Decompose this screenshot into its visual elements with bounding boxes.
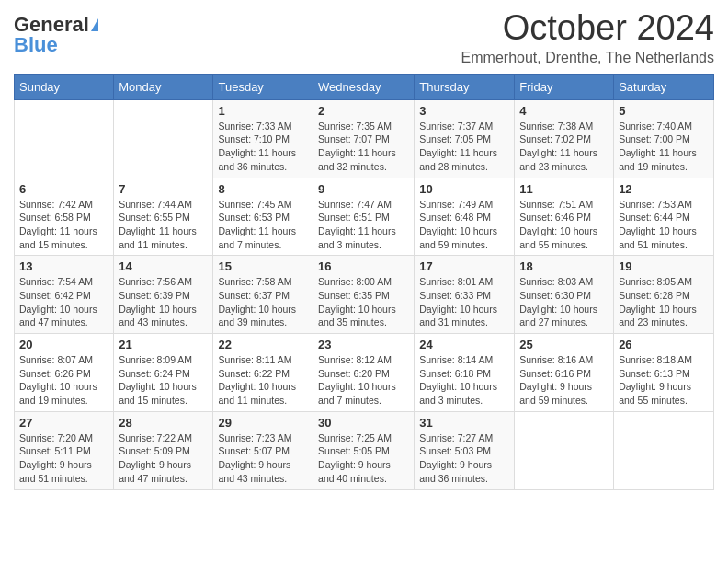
table-row: 4Sunrise: 7:38 AMSunset: 7:02 PMDaylight… (515, 99, 614, 178)
table-row: 25Sunrise: 8:16 AMSunset: 6:16 PMDayligh… (515, 334, 614, 412)
header-tuesday: Tuesday (213, 74, 313, 99)
day-number: 20 (19, 338, 108, 351)
table-row: 7Sunrise: 7:44 AMSunset: 6:55 PMDaylight… (114, 178, 213, 256)
calendar-week-row: 13Sunrise: 7:54 AMSunset: 6:42 PMDayligh… (15, 256, 714, 334)
day-number: 23 (318, 338, 409, 351)
day-number: 25 (519, 338, 609, 351)
table-row: 30Sunrise: 7:25 AMSunset: 5:05 PMDayligh… (313, 411, 415, 489)
table-row: 23Sunrise: 8:12 AMSunset: 6:20 PMDayligh… (313, 334, 415, 412)
table-row: 29Sunrise: 7:23 AMSunset: 5:07 PMDayligh… (213, 411, 313, 489)
table-row: 13Sunrise: 7:54 AMSunset: 6:42 PMDayligh… (15, 256, 114, 334)
day-number: 21 (119, 338, 208, 351)
table-row: 16Sunrise: 8:00 AMSunset: 6:35 PMDayligh… (313, 256, 415, 334)
page-header: General Blue October 2024 Emmerhout, Dre… (14, 9, 714, 66)
day-info: Sunrise: 7:47 AMSunset: 6:51 PMDaylight:… (318, 198, 409, 252)
table-row: 3Sunrise: 7:37 AMSunset: 7:05 PMDaylight… (415, 99, 515, 178)
day-number: 2 (318, 104, 409, 118)
table-row (15, 99, 114, 178)
table-row: 14Sunrise: 7:56 AMSunset: 6:39 PMDayligh… (114, 256, 213, 334)
table-row: 12Sunrise: 7:53 AMSunset: 6:44 PMDayligh… (614, 178, 714, 256)
table-row: 27Sunrise: 7:20 AMSunset: 5:11 PMDayligh… (15, 411, 114, 489)
day-info: Sunrise: 7:42 AMSunset: 6:58 PMDaylight:… (19, 198, 108, 252)
day-number: 26 (619, 338, 709, 351)
day-info: Sunrise: 7:49 AMSunset: 6:48 PMDaylight:… (419, 198, 509, 252)
day-info: Sunrise: 7:20 AMSunset: 5:11 PMDaylight:… (19, 431, 108, 486)
header-monday: Monday (114, 74, 213, 99)
day-number: 8 (218, 182, 308, 196)
day-info: Sunrise: 7:38 AMSunset: 7:02 PMDaylight:… (519, 120, 609, 174)
table-row: 31Sunrise: 7:27 AMSunset: 5:03 PMDayligh… (415, 411, 515, 489)
table-row: 18Sunrise: 8:03 AMSunset: 6:30 PMDayligh… (515, 256, 614, 334)
day-info: Sunrise: 7:58 AMSunset: 6:37 PMDaylight:… (218, 275, 308, 329)
day-number: 31 (419, 416, 509, 430)
calendar-week-row: 20Sunrise: 8:07 AMSunset: 6:26 PMDayligh… (15, 334, 714, 412)
calendar-week-row: 1Sunrise: 7:33 AMSunset: 7:10 PMDaylight… (15, 99, 714, 178)
day-info: Sunrise: 7:56 AMSunset: 6:39 PMDaylight:… (119, 275, 208, 329)
calendar-week-row: 6Sunrise: 7:42 AMSunset: 6:58 PMDaylight… (15, 178, 714, 256)
day-number: 15 (218, 259, 308, 273)
day-number: 10 (419, 182, 509, 196)
day-number: 4 (519, 104, 609, 118)
location-title: Emmerhout, Drenthe, The Netherlands (461, 50, 714, 66)
day-number: 17 (419, 259, 509, 273)
header-saturday: Saturday (614, 74, 714, 99)
day-number: 6 (19, 182, 108, 196)
day-info: Sunrise: 7:33 AMSunset: 7:10 PMDaylight:… (218, 120, 308, 174)
table-row: 2Sunrise: 7:35 AMSunset: 7:07 PMDaylight… (313, 99, 415, 178)
day-info: Sunrise: 7:23 AMSunset: 5:07 PMDaylight:… (218, 431, 308, 486)
table-row (114, 99, 213, 178)
header-thursday: Thursday (415, 74, 515, 99)
day-info: Sunrise: 8:16 AMSunset: 6:16 PMDaylight:… (519, 353, 609, 408)
day-number: 24 (419, 338, 509, 351)
day-info: Sunrise: 8:07 AMSunset: 6:26 PMDaylight:… (19, 353, 108, 408)
day-info: Sunrise: 8:00 AMSunset: 6:35 PMDaylight:… (318, 275, 409, 329)
day-number: 12 (619, 182, 709, 196)
day-number: 22 (218, 338, 308, 351)
day-number: 30 (318, 416, 409, 430)
day-info: Sunrise: 7:25 AMSunset: 5:05 PMDaylight:… (318, 431, 409, 486)
table-row: 8Sunrise: 7:45 AMSunset: 6:53 PMDaylight… (213, 178, 313, 256)
table-row: 11Sunrise: 7:51 AMSunset: 6:46 PMDayligh… (515, 178, 614, 256)
day-info: Sunrise: 7:53 AMSunset: 6:44 PMDaylight:… (619, 198, 709, 252)
logo-triangle-icon (91, 18, 98, 31)
header-wednesday: Wednesday (313, 74, 415, 99)
day-info: Sunrise: 7:51 AMSunset: 6:46 PMDaylight:… (519, 198, 609, 252)
day-number: 7 (119, 182, 208, 196)
day-info: Sunrise: 7:35 AMSunset: 7:07 PMDaylight:… (318, 120, 409, 174)
day-info: Sunrise: 8:03 AMSunset: 6:30 PMDaylight:… (519, 275, 609, 329)
day-number: 5 (619, 104, 709, 118)
table-row: 10Sunrise: 7:49 AMSunset: 6:48 PMDayligh… (415, 178, 515, 256)
day-info: Sunrise: 7:54 AMSunset: 6:42 PMDaylight:… (19, 275, 108, 329)
day-info: Sunrise: 7:22 AMSunset: 5:09 PMDaylight:… (119, 431, 208, 486)
logo: General Blue (14, 9, 98, 57)
day-number: 18 (519, 259, 609, 273)
day-number: 13 (19, 259, 108, 273)
table-row: 15Sunrise: 7:58 AMSunset: 6:37 PMDayligh… (213, 256, 313, 334)
calendar-week-row: 27Sunrise: 7:20 AMSunset: 5:11 PMDayligh… (15, 411, 714, 489)
day-info: Sunrise: 8:01 AMSunset: 6:33 PMDaylight:… (419, 275, 509, 329)
table-row: 5Sunrise: 7:40 AMSunset: 7:00 PMDaylight… (614, 99, 714, 178)
day-info: Sunrise: 7:40 AMSunset: 7:00 PMDaylight:… (619, 120, 709, 174)
day-number: 1 (218, 104, 308, 118)
table-row: 17Sunrise: 8:01 AMSunset: 6:33 PMDayligh… (415, 256, 515, 334)
table-row: 22Sunrise: 8:11 AMSunset: 6:22 PMDayligh… (213, 334, 313, 412)
day-number: 16 (318, 259, 409, 273)
table-row: 1Sunrise: 7:33 AMSunset: 7:10 PMDaylight… (213, 99, 313, 178)
header-sunday: Sunday (15, 74, 114, 99)
day-info: Sunrise: 7:45 AMSunset: 6:53 PMDaylight:… (218, 198, 308, 252)
day-number: 14 (119, 259, 208, 273)
day-info: Sunrise: 8:11 AMSunset: 6:22 PMDaylight:… (218, 353, 308, 408)
day-info: Sunrise: 8:18 AMSunset: 6:13 PMDaylight:… (619, 353, 709, 408)
table-row: 20Sunrise: 8:07 AMSunset: 6:26 PMDayligh… (15, 334, 114, 412)
table-row: 6Sunrise: 7:42 AMSunset: 6:58 PMDaylight… (15, 178, 114, 256)
day-info: Sunrise: 8:09 AMSunset: 6:24 PMDaylight:… (119, 353, 208, 408)
day-info: Sunrise: 7:44 AMSunset: 6:55 PMDaylight:… (119, 198, 208, 252)
logo-blue: Blue (14, 33, 58, 57)
header-friday: Friday (515, 74, 614, 99)
day-number: 3 (419, 104, 509, 118)
day-info: Sunrise: 8:14 AMSunset: 6:18 PMDaylight:… (419, 353, 509, 408)
table-row (515, 411, 614, 489)
title-block: October 2024 Emmerhout, Drenthe, The Net… (461, 9, 714, 66)
day-number: 11 (519, 182, 609, 196)
table-row: 21Sunrise: 8:09 AMSunset: 6:24 PMDayligh… (114, 334, 213, 412)
